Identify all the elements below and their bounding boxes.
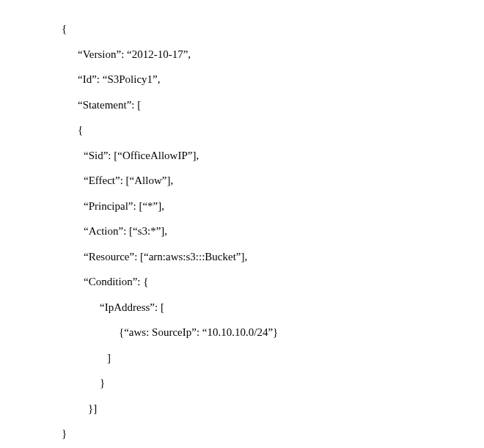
code-line: “Statement”: [ <box>62 92 484 118</box>
code-line: ] <box>62 345 484 371</box>
code-line: { <box>62 117 484 143</box>
code-line: “Id”: “S3Policy1”, <box>62 67 484 92</box>
code-line: { <box>62 16 484 42</box>
code-line: “Principal”: [“*”], <box>62 194 484 219</box>
code-line: {“aws: SourceIp”: “10.10.10.0/24”} <box>62 320 484 345</box>
code-line: “Resource”: [“arn:aws:s3:::Bucket”], <box>62 244 484 270</box>
code-line: “Action”: [“s3:*”], <box>62 219 484 244</box>
code-block: { “Version”: “2012-10-17”, “Id”: “S3Poli… <box>62 16 484 447</box>
code-line: “Sid”: [“OfficeAllowIP”], <box>62 143 484 169</box>
code-line: “Condition”: { <box>62 269 484 295</box>
code-line: “IpAddress”: [ <box>62 295 484 320</box>
code-line: } <box>62 370 484 396</box>
code-line: } <box>62 421 484 447</box>
code-line: “Effect”: [“Allow”], <box>62 168 484 194</box>
code-line: “Version”: “2012-10-17”, <box>62 42 484 67</box>
code-line: }] <box>62 396 484 422</box>
